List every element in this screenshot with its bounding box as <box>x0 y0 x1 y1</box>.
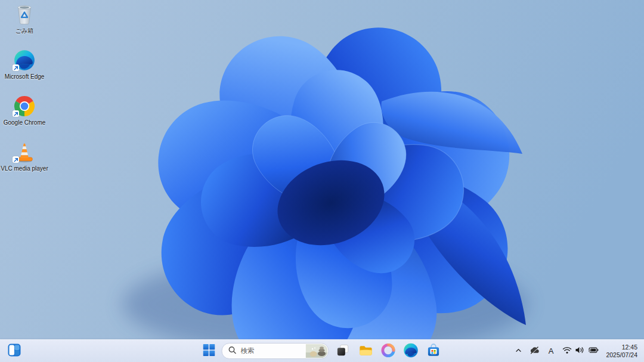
microsoft-store-button[interactable] <box>425 342 442 361</box>
search-box[interactable]: 検索 <box>222 343 329 359</box>
quick-settings-button[interactable] <box>560 344 601 358</box>
desktop-wallpaper <box>0 0 644 362</box>
start-button[interactable] <box>202 343 216 359</box>
clock-time: 12:45 <box>606 344 637 351</box>
desktop-icon-label: Google Chrome <box>4 119 46 126</box>
widgets-icon <box>8 344 21 358</box>
clock-date: 2025/07/24 <box>606 351 637 359</box>
recycle-bin-icon <box>14 2 35 26</box>
battery-charging-icon <box>587 346 599 356</box>
microsoft-store-icon <box>426 343 441 360</box>
clock[interactable]: 12:45 2025/07/24 <box>603 342 641 360</box>
hidden-icons-button[interactable] <box>512 345 525 358</box>
widgets-button[interactable] <box>5 342 23 360</box>
search-daily-image <box>306 344 328 358</box>
onedrive-button[interactable] <box>527 344 542 358</box>
desktop-icon-vlc-media-player[interactable]: VLC media player <box>4 140 45 181</box>
desktop-icon-recycle-bin[interactable]: ごみ箱 <box>4 2 45 43</box>
ime-mode-indicator: A <box>547 346 556 355</box>
system-tray: A <box>512 340 641 362</box>
wifi-icon <box>562 346 572 356</box>
edge-taskbar-button[interactable] <box>402 342 420 361</box>
file-explorer-button[interactable] <box>357 342 374 361</box>
desktop-icon-google-chrome[interactable]: Google Chrome <box>4 94 45 135</box>
desktop-icon-column: ごみ箱 Microsoft Edge <box>4 2 45 181</box>
taskbar-center-group: 検索 <box>202 340 442 362</box>
shortcut-arrow-icon <box>13 156 19 163</box>
desktop-icon-label: VLC media player <box>1 165 48 172</box>
shortcut-arrow-icon <box>13 64 19 71</box>
task-view-icon <box>336 343 351 360</box>
chevron-up-icon <box>515 346 522 356</box>
microsoft-edge-icon <box>404 343 419 360</box>
file-explorer-icon <box>358 343 373 360</box>
search-icon <box>228 346 237 357</box>
copilot-icon <box>381 343 396 360</box>
desktop-icon-microsoft-edge[interactable]: Microsoft Edge <box>4 48 45 89</box>
vlc-media-player-icon <box>14 140 35 164</box>
shortcut-arrow-icon <box>13 110 19 117</box>
speaker-icon <box>575 346 584 356</box>
desktop-icon-label: Microsoft Edge <box>5 73 45 80</box>
windows-start-icon <box>203 344 215 358</box>
desktop-icon-label: ごみ箱 <box>16 27 33 34</box>
task-view-button[interactable] <box>335 342 352 361</box>
google-chrome-icon <box>14 94 35 118</box>
copilot-button[interactable] <box>380 342 397 361</box>
microsoft-edge-icon <box>14 48 35 72</box>
taskbar: 検索 <box>0 339 644 362</box>
ime-mode-button[interactable]: A <box>544 345 558 357</box>
onedrive-disconnected-icon <box>530 346 540 357</box>
search-placeholder: 検索 <box>241 346 255 355</box>
